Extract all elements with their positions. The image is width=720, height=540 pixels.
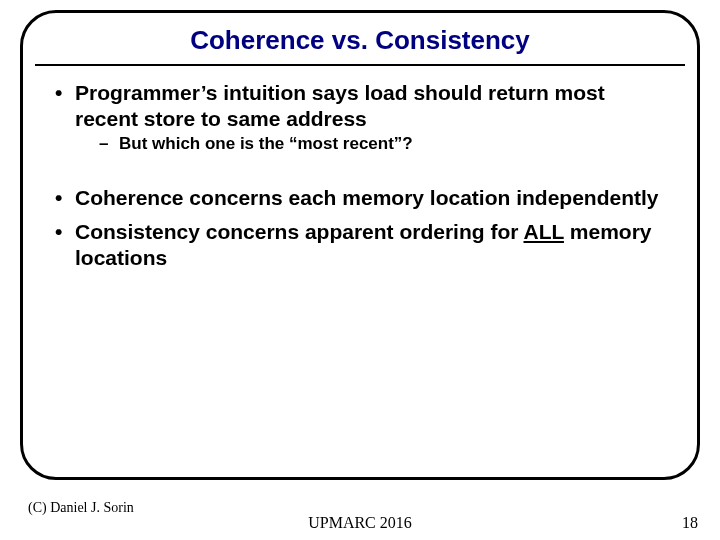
bullet-level1: Consistency concerns apparent ordering f… bbox=[55, 219, 669, 272]
spacer bbox=[51, 163, 669, 185]
slide-frame: Coherence vs. Consistency Programmer’s i… bbox=[20, 10, 700, 480]
bullet-level1: Programmer’s intuition says load should … bbox=[55, 80, 669, 155]
title-divider bbox=[35, 64, 685, 66]
footer: (C) Daniel J. Sorin UPMARC 2016 18 bbox=[0, 496, 720, 540]
page-number: 18 bbox=[682, 514, 698, 532]
slide-title: Coherence vs. Consistency bbox=[51, 25, 669, 62]
venue-text: UPMARC 2016 bbox=[0, 514, 720, 532]
slide: Coherence vs. Consistency Programmer’s i… bbox=[0, 0, 720, 540]
bullet-text-underline: ALL bbox=[524, 220, 564, 243]
sub-bullet-list: But which one is the “most recent”? bbox=[75, 133, 669, 155]
bullet-text: Programmer’s intuition says load should … bbox=[75, 81, 605, 130]
bullet-text-pre: Consistency concerns apparent ordering f… bbox=[75, 220, 524, 243]
bullet-list: Coherence concerns each memory location … bbox=[51, 185, 669, 272]
bullet-level1: Coherence concerns each memory location … bbox=[55, 185, 669, 211]
bullet-level2: But which one is the “most recent”? bbox=[99, 133, 669, 155]
bullet-list: Programmer’s intuition says load should … bbox=[51, 80, 669, 155]
